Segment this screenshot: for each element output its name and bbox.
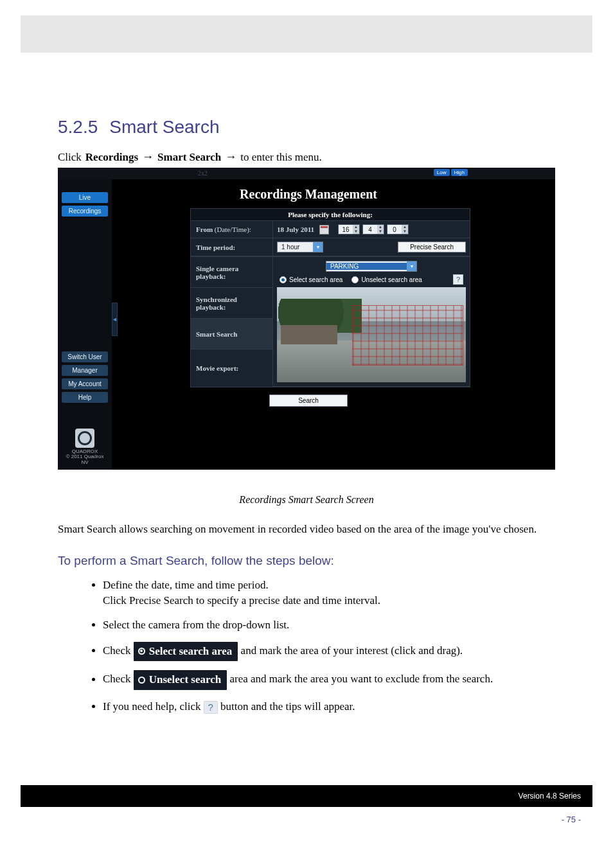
step-4-post: area and mark the area you want to exclu… — [229, 673, 493, 686]
search-button[interactable]: Search — [269, 394, 348, 407]
radio-unselect-area-label: Unselect search area — [361, 276, 422, 283]
sidebar-collapse-handle[interactable]: ◄ — [112, 303, 118, 336]
smart-search-label[interactable]: Smart Search — [191, 319, 273, 350]
help-chip-icon: ? — [204, 701, 218, 714]
instruction-line: Click Recordings → Smart Search → to ent… — [58, 150, 555, 164]
step-5-post: button and the tips will appear. — [220, 700, 355, 713]
document-header-bar — [21, 15, 592, 53]
radio-off-icon — [138, 677, 145, 684]
screenshot-frame: 2x2 Low High Live Recordings Switch User… — [58, 168, 555, 470]
row-from: From (Date/Time): 18 July 2011 16 ▲▼ — [191, 221, 470, 238]
spinner-up-icon[interactable]: ▲ — [377, 225, 384, 229]
page-number-value: 75 — [567, 815, 576, 824]
nav-my-account[interactable]: My Account — [62, 378, 108, 389]
step-5: If you need help, click ? button and the… — [103, 699, 555, 714]
second-spinner[interactable]: 0 ▲▼ — [387, 224, 409, 235]
left-nav: Live Recordings Switch User Manager My A… — [58, 179, 112, 470]
period-label: Time period: — [196, 244, 235, 251]
hour-value: 16 — [339, 225, 353, 234]
nav-switch-user[interactable]: Switch User — [62, 351, 108, 362]
minute-spinner[interactable]: 4 ▲▼ — [362, 224, 384, 235]
screenshot-caption: Recordings Smart Search Screen — [58, 493, 555, 507]
camera-preview[interactable] — [277, 287, 466, 382]
chevron-down-icon: ▾ — [407, 261, 416, 271]
arrow-icon: → — [225, 150, 236, 164]
precise-search-button[interactable]: Precise Search — [398, 242, 466, 252]
instruction-smart-search: Smart Search — [157, 151, 221, 164]
radio-unselect-area[interactable] — [351, 276, 359, 283]
app-titlebar: 2x2 Low High — [58, 168, 555, 179]
steps-heading: To perform a Smart Search, follow the st… — [58, 553, 555, 569]
minute-value: 4 — [363, 225, 377, 234]
select-search-area-pill: Select search area — [134, 642, 238, 662]
form-header: Please specify the following: — [191, 209, 470, 221]
arrow-icon: → — [142, 150, 154, 164]
chevron-left-icon: ◄ — [112, 316, 118, 323]
spinner-up-icon[interactable]: ▲ — [353, 225, 359, 229]
page-number: - 75 - — [0, 815, 581, 824]
step-5-pre: If you need help, click — [103, 700, 204, 713]
period-value: 1 hour — [278, 244, 313, 251]
nav-live[interactable]: Live — [62, 192, 108, 203]
section-number: 5.2.5 — [58, 117, 98, 137]
movie-export-label[interactable]: Movie export: — [191, 350, 273, 387]
synchronized-playback-label[interactable]: Synchronized playback: — [191, 288, 273, 319]
preview-building — [281, 325, 337, 344]
grid-size-label: 2x2 — [198, 170, 208, 177]
step-3-post: and mark the area of your interest (clic… — [241, 644, 463, 657]
spinner-up-icon[interactable]: ▲ — [402, 225, 408, 229]
vendor-copyright: © 2011 Quadrox NV — [62, 454, 108, 466]
vendor-logo-block: QUADROX © 2011 Quadrox NV — [62, 429, 108, 466]
calendar-icon[interactable] — [319, 225, 329, 235]
vendor-logo-icon — [75, 429, 94, 448]
search-form: Please specify the following: From (Date… — [190, 208, 470, 257]
radio-select-area[interactable] — [280, 276, 287, 283]
instruction-text: Click — [58, 151, 82, 164]
from-sublabel: (Date/Time): — [213, 226, 251, 233]
spinner-down-icon[interactable]: ▼ — [353, 229, 359, 234]
intro-paragraph: Smart Search allows searching on movemen… — [58, 522, 555, 537]
smart-search-preview: PARKING ▾ Select search area Unselect se… — [273, 257, 470, 387]
instruction-recordings: Recordings — [85, 151, 138, 164]
step-1-line1: Define the date, time and time period. — [103, 579, 269, 591]
step-2: Select the camera from the drop-down lis… — [103, 617, 555, 633]
radio-on-icon — [138, 648, 145, 655]
bandwidth-toggle[interactable]: Low High — [434, 169, 468, 176]
camera-value: PARKING — [326, 263, 407, 270]
chevron-down-icon: ▾ — [313, 242, 323, 252]
help-icon[interactable]: ? — [453, 274, 463, 285]
footer-bar: Version 4.8 Series — [21, 785, 592, 807]
step-1-line2: Click Precise Search to specify a precis… — [103, 594, 380, 607]
section-heading: 5.2.5 Smart Search — [58, 117, 568, 137]
single-camera-playback-label[interactable]: Single camera playback: — [191, 257, 273, 288]
playback-grid: Single camera playback: PARKING ▾ Select… — [190, 257, 470, 387]
pill-label: Select search area — [149, 644, 233, 659]
unselect-search-pill: Unselect search — [134, 670, 227, 690]
step-3: Check Select search area and mark the ar… — [103, 642, 555, 662]
footer-version: Version 4.8 Series — [519, 792, 581, 801]
row-period: Time period: 1 hour ▾ Precise Search — [191, 238, 470, 256]
pill-label: Unselect search — [149, 672, 222, 687]
step-4-pre: Check — [103, 673, 134, 686]
second-value: 0 — [387, 225, 402, 234]
from-date: 18 July 2011 — [277, 226, 314, 233]
nav-recordings[interactable]: Recordings — [62, 206, 108, 217]
high-pill[interactable]: High — [451, 169, 468, 176]
search-area-overlay — [352, 305, 463, 366]
low-pill[interactable]: Low — [434, 169, 450, 176]
spinner-down-icon[interactable]: ▼ — [377, 229, 384, 234]
section-title: Smart Search — [109, 117, 219, 137]
step-1: Define the date, time and time period. C… — [103, 578, 555, 608]
step-3-pre: Check — [103, 644, 134, 657]
period-select[interactable]: 1 hour ▾ — [277, 242, 323, 252]
spinner-down-icon[interactable]: ▼ — [402, 229, 408, 234]
from-label: From — [196, 226, 213, 233]
page-title: Recordings Management — [120, 187, 497, 202]
hour-spinner[interactable]: 16 ▲▼ — [338, 224, 360, 235]
nav-help[interactable]: Help — [62, 392, 108, 403]
radio-select-area-label: Select search area — [289, 276, 342, 283]
instruction-suffix: to enter this menu. — [240, 151, 322, 164]
camera-select[interactable]: PARKING ▾ — [326, 261, 417, 272]
step-4: Check Unselect search area and mark the … — [103, 670, 555, 690]
nav-manager[interactable]: Manager — [62, 365, 108, 376]
